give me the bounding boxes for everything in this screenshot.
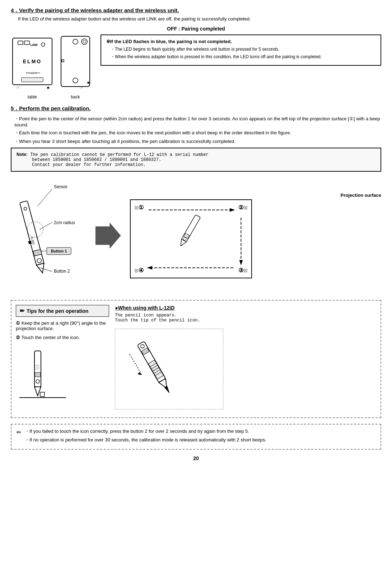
pen-diagram-wrapper: Sensor 2cm radius ELMO	[11, 177, 86, 293]
svg-point-14	[83, 40, 86, 43]
svg-text:2cm radius: 2cm radius	[54, 220, 75, 225]
svg-text:LINK: LINK	[31, 43, 38, 47]
notice-items: The LED begins to flash quickly after th…	[106, 46, 375, 60]
svg-marker-24	[36, 263, 46, 274]
back-device-wrapper: ☞ ✱ back	[57, 34, 93, 99]
big-arrow-svg	[95, 221, 121, 250]
svg-point-12	[73, 39, 78, 44]
l12id-diagram	[115, 329, 223, 409]
footer-note-2: If no operation is performed for over 30…	[25, 437, 266, 443]
l12id-body: The pencil icon appears. Touch the tip o…	[115, 313, 376, 323]
calibration-diagram: Sensor 2cm radius ELMO	[11, 177, 381, 293]
svg-text:ELMO: ELMO	[23, 59, 42, 64]
footer-icon: ✏	[17, 429, 21, 436]
svg-rect-23	[20, 201, 44, 265]
footer-notes: ✏ If you failed to touch the icon correc…	[11, 424, 381, 450]
l12id-title: ●When using with L-12iD	[115, 305, 376, 311]
step5-title: 5．Perform the pen calibration.	[11, 105, 381, 112]
svg-marker-59	[164, 386, 171, 394]
footer-note-1: If you failed to touch the icon correctl…	[25, 428, 266, 435]
step5-section: 5．Perform the pen calibration. Point the…	[11, 105, 381, 293]
projection-arrows-svg	[131, 200, 251, 278]
svg-marker-69	[137, 372, 142, 375]
notice-box: ※If the LED flashes in blue, the pairing…	[101, 34, 381, 66]
svg-point-16	[73, 78, 78, 83]
tips-item-2: ② Touch the center of the icon.	[16, 335, 109, 340]
tips-num-2: ②	[16, 335, 20, 340]
svg-rect-60	[148, 360, 163, 379]
svg-text:☞: ☞	[80, 85, 84, 90]
pen-diagram-svg: Sensor 2cm radius ELMO	[11, 177, 86, 292]
svg-marker-38	[230, 208, 235, 212]
step5-bullet-3: When you hear 3 short beeps after touchi…	[14, 138, 381, 145]
tips-section: ✏ Tips for the pen operation ① Keep the …	[11, 300, 381, 418]
tips-text-1: Keep the pen at a right (90°) angle to t…	[16, 320, 106, 331]
l12id-section: ●When using with L-12iD The pencil icon …	[115, 305, 376, 323]
l12id-line1: The pencil icon appears.	[115, 313, 376, 318]
step5-bullets: Point the pen to the center of the senso…	[14, 116, 381, 145]
off-label: OFF : Pairing completed	[11, 26, 381, 32]
step5-bullet-2: Each time the icon is touched with the p…	[14, 130, 381, 136]
tips-text-2: Touch the center of the icon.	[21, 335, 80, 340]
note-box: Note: The pen calibration cannot be perf…	[11, 148, 381, 172]
big-arrow	[95, 221, 121, 250]
table-device-svg: LINK ELMO POWER ☞ ✱	[11, 34, 54, 92]
step4-title: 4．Verify the pairing of the wireless ada…	[11, 7, 381, 14]
footer-note-list: If you failed to touch the icon correctl…	[25, 428, 266, 445]
svg-rect-55	[40, 392, 45, 397]
notice-item-2: When the wireless adapter button is pres…	[111, 54, 375, 60]
svg-point-51	[36, 380, 39, 383]
notice-title: ※If the LED flashes in blue, the pairing…	[106, 39, 375, 44]
l12id-line2: Touch the tip of the pencil icon.	[115, 318, 376, 323]
tips-header-text: Tips for the pen operation	[27, 308, 88, 314]
tips-left: ✏ Tips for the pen operation ① Keep the …	[16, 305, 109, 413]
tips-num-1: ①	[16, 320, 20, 326]
table-label: table	[11, 94, 54, 99]
tips-item-1: ① Keep the pen at a right (90°) angle to…	[16, 320, 109, 331]
svg-marker-42	[147, 266, 152, 270]
l12id-pen-svg	[119, 333, 219, 404]
step4-section: 4．Verify the pairing of the wireless ada…	[11, 7, 381, 99]
svg-text:Button 1: Button 1	[51, 249, 67, 253]
tips-icon: ✏	[20, 307, 24, 314]
svg-rect-1	[18, 41, 23, 45]
notice-item-1: The LED begins to flash quickly after th…	[111, 46, 375, 52]
projection-surface: ⊠① ②⊠ ③⊠ ⊠④	[130, 199, 252, 278]
note-label: Note:	[17, 152, 28, 157]
tips-header: ✏ Tips for the pen operation	[16, 305, 109, 317]
projection-surface-title: Projection surface	[130, 193, 381, 198]
svg-marker-36	[95, 223, 121, 248]
svg-text:✱: ✱	[47, 86, 50, 90]
svg-text:Sensor: Sensor	[54, 184, 67, 189]
svg-marker-40	[239, 260, 243, 265]
step4-description: If the LED of the wireless adapter butto…	[18, 16, 381, 22]
svg-line-22	[39, 222, 52, 230]
tips-right: ●When using with L-12iD The pencil icon …	[115, 305, 376, 413]
projection-surface-wrapper: Projection surface ⊠① ②⊠ ③⊠	[130, 193, 381, 278]
tips-items: ① Keep the pen at a right (90°) angle to…	[16, 320, 109, 340]
page-number: 20	[11, 455, 381, 461]
svg-text:Button 2: Button 2	[54, 269, 70, 274]
pairing-images: LINK ELMO POWER ☞ ✱ table	[11, 34, 93, 99]
back-label: back	[57, 94, 93, 99]
page-content: 4．Verify the pairing of the wireless ada…	[11, 7, 381, 461]
pairing-section: LINK ELMO POWER ☞ ✱ table	[11, 34, 381, 99]
svg-rect-8	[22, 78, 43, 82]
svg-rect-2	[24, 41, 29, 45]
note-text: The pen calibration cannot be performed …	[17, 152, 209, 167]
table-device-wrapper: LINK ELMO POWER ☞ ✱ table	[11, 34, 54, 99]
pen-tip-diagram-svg	[16, 344, 70, 412]
svg-line-68	[130, 354, 140, 372]
svg-text:POWER: POWER	[26, 71, 37, 75]
svg-line-20	[38, 189, 52, 206]
back-device-svg: ☞ ✱	[57, 34, 93, 92]
svg-rect-15	[62, 60, 64, 62]
svg-rect-50	[35, 372, 41, 377]
svg-text:☞: ☞	[16, 85, 20, 90]
footer-notes-inner: ✏ If you failed to touch the icon correc…	[17, 428, 375, 445]
svg-point-4	[41, 43, 45, 46]
step5-bullet-1: Point the pen to the center of the senso…	[14, 116, 381, 128]
svg-text:✱: ✱	[87, 81, 90, 85]
